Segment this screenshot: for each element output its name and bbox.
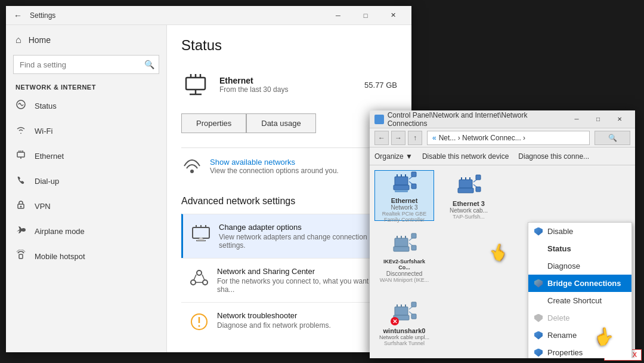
ethernet-status-icon (181, 70, 210, 99)
ctx-properties[interactable]: Properties (528, 344, 631, 358)
ethernet-card-icon (390, 168, 419, 197)
ikev2-card-icon (390, 230, 419, 259)
wintunshark-card-device: Surfshark Tunnel (384, 340, 425, 346)
cp-up-btn[interactable]: ↑ (408, 131, 422, 145)
cp-back-btn[interactable]: ← (374, 131, 389, 145)
window-controls: ─ □ ✕ (324, 6, 407, 25)
sidebar-section-title: Network & Internet (6, 79, 166, 93)
ethernet3-card-name: Ethernet 3 (453, 200, 485, 207)
network-card-ethernet[interactable]: Ethernet Network 3 Realtek PCIe GBE Fami… (374, 170, 434, 221)
network-card-ikev2[interactable]: IKEv2-Surfshark Co... Disconnected WAN M… (374, 231, 434, 282)
ctx-shortcut[interactable]: Create Shortcut (528, 292, 631, 309)
ctx-disable[interactable]: Disable (528, 223, 631, 240)
status-card: Ethernet From the last 30 days 55.77 GB (181, 66, 397, 104)
adapter-icon (190, 223, 212, 244)
minimize-button[interactable]: ─ (324, 6, 352, 25)
svg-rect-38 (411, 184, 416, 189)
ctx-rename[interactable]: Rename (528, 327, 631, 344)
wintunshark-card-name: wintunshark0 (383, 327, 426, 334)
disable-shield-icon (533, 226, 544, 237)
wintunshark-card-icon: ✕ (390, 299, 419, 327)
close-button[interactable]: ✕ (379, 6, 407, 25)
ctx-status[interactable]: Status (528, 240, 631, 257)
ctx-diagnose[interactable]: Diagnose (528, 257, 631, 275)
sidebar-hotspot-label: Mobile hotspot (35, 252, 85, 261)
wifi-icon (16, 124, 26, 137)
disable-network-btn[interactable]: Disable this network device (422, 152, 509, 161)
cp-address-bar[interactable]: « Net... › Network Connec... › (427, 131, 590, 145)
sharing-center-item[interactable]: Network and Sharing Center For the netwo… (181, 258, 397, 302)
page-title: Status (181, 37, 397, 54)
svg-line-26 (202, 275, 205, 280)
show-networks-text: Show available networks View the connect… (210, 158, 339, 175)
data-usage-amount: 55.77 GB (364, 81, 397, 90)
cp-maximize-btn[interactable]: □ (587, 111, 609, 128)
maximize-button[interactable]: □ (352, 6, 379, 25)
control-panel-window: Control Panel\Network and Internet\Netwo… (370, 110, 635, 358)
search-input[interactable] (13, 55, 159, 74)
troubleshooter-item[interactable]: Network troubleshooter Diagnose and fix … (181, 302, 397, 341)
sidebar-item-hotspot[interactable]: Mobile hotspot (6, 244, 166, 269)
ikev2-card-device: WAN Miniport (IKE... (380, 277, 429, 283)
sidebar-dialup-label: Dial-up (35, 177, 59, 186)
advanced-section-title: Advanced network settings (181, 196, 397, 207)
adapter-text: Change adapter options View network adap… (219, 223, 390, 250)
svg-rect-59 (411, 314, 416, 319)
sidebar-item-vpn[interactable]: VPN (6, 193, 166, 219)
svg-point-30 (199, 325, 200, 327)
sharing-icon (188, 267, 210, 288)
network-card-ethernet3[interactable]: Ethernet 3 Network cab... TAP-Surfsh... (439, 170, 499, 221)
diagnose-btn[interactable]: Diagnose this conne... (518, 152, 589, 161)
svg-point-15 (190, 170, 194, 173)
svg-point-22 (197, 270, 202, 275)
network-card-wintunshark[interactable]: ✕ wintunshark0 Network cable unpl... Sur… (374, 297, 434, 347)
cursor-hand-adapter: 👆 (487, 240, 511, 264)
svg-point-23 (191, 280, 196, 285)
organize-btn[interactable]: Organize ▼ (374, 152, 413, 161)
ctx-bridge[interactable]: Bridge Connections (528, 275, 631, 292)
svg-rect-50 (394, 247, 409, 251)
sidebar-home-label: Home (29, 35, 51, 45)
svg-rect-36 (395, 190, 408, 192)
adapter-options-item[interactable]: Change adapter options View network adap… (181, 214, 397, 258)
svg-line-25 (194, 275, 196, 280)
sidebar-home[interactable]: ⌂ Home (6, 30, 166, 50)
ethernet-card-name: Ethernet (391, 197, 418, 204)
properties-shield-icon (533, 347, 544, 358)
svg-rect-39 (459, 180, 472, 188)
sidebar-item-ethernet[interactable]: Ethernet (6, 143, 166, 168)
sidebar-item-dialup[interactable]: Dial-up (6, 168, 166, 193)
properties-button[interactable]: Properties (181, 113, 246, 133)
status-icon (16, 99, 26, 112)
home-icon: ⌂ (16, 35, 21, 45)
sidebar-item-status[interactable]: Status (6, 93, 166, 118)
sidebar-status-label: Status (35, 101, 57, 110)
cp-forward-btn[interactable]: → (391, 131, 405, 145)
ethernet3-card-icon (454, 171, 483, 200)
show-networks[interactable]: Show available networks View the connect… (181, 147, 397, 184)
cp-title-text: Control Panel\Network and Internet\Netwo… (388, 111, 566, 128)
sidebar: ⌂ Home 🔍 Network & Internet Status Wi-Fi (6, 25, 167, 352)
vpn-icon (16, 199, 26, 213)
data-usage-button[interactable]: Data usage (246, 113, 316, 133)
svg-rect-45 (476, 187, 481, 192)
cp-close-btn[interactable]: ✕ (609, 111, 630, 128)
ctx-delete[interactable]: Delete (528, 309, 631, 327)
svg-rect-58 (411, 302, 416, 307)
cp-minimize-btn[interactable]: ─ (566, 111, 587, 128)
show-networks-title: Show available networks (210, 158, 339, 167)
sidebar-item-airplane[interactable]: Airplane mode (6, 219, 166, 244)
dialup-icon (16, 174, 26, 187)
window-title: Settings (30, 11, 324, 20)
sidebar-item-wifi[interactable]: Wi-Fi (6, 118, 166, 143)
svg-rect-51 (411, 233, 416, 238)
back-button[interactable]: ← (11, 8, 25, 23)
status-buttons: Properties Data usage (181, 113, 397, 133)
svg-point-7 (20, 206, 22, 208)
cp-search-btn[interactable]: 🔍 (595, 131, 630, 145)
svg-rect-53 (395, 307, 408, 315)
svg-rect-44 (476, 175, 481, 180)
sharing-title: Network and Sharing Center (217, 267, 390, 276)
status-info: Ethernet From the last 30 days (219, 76, 364, 94)
ikev2-card-sub: Disconnected (386, 270, 423, 277)
